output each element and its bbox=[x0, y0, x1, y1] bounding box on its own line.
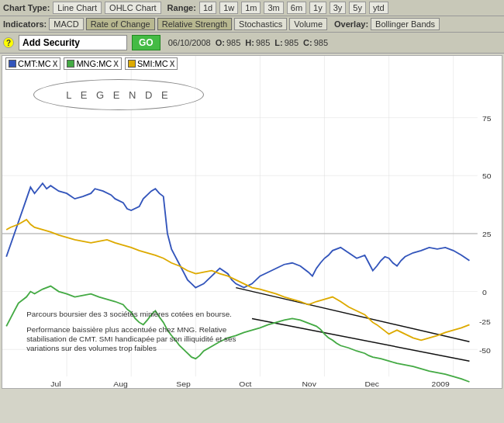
cmt-label: CMT:MC bbox=[18, 59, 51, 68]
l-label: L: bbox=[274, 38, 282, 47]
ohlc-values: O: 985 H: 985 L: 985 C: 985 bbox=[216, 38, 328, 47]
annotation-text2-line1: Performance baissière plus accentuée che… bbox=[26, 326, 226, 335]
y-label-0: 0 bbox=[482, 288, 487, 296]
add-security-bar: ? GO 06/10/2008 O: 985 H: 985 L: 985 C: … bbox=[0, 33, 504, 54]
range-3y[interactable]: 3y bbox=[330, 2, 347, 14]
range-label: Range: bbox=[167, 3, 196, 12]
x-label-nov: Nov bbox=[302, 380, 316, 388]
y-label-minus25: -25 bbox=[479, 318, 491, 327]
ind-relative-strength[interactable]: Relative Strength bbox=[157, 18, 232, 30]
mng-line bbox=[6, 286, 469, 382]
help-icon[interactable]: ? bbox=[3, 37, 14, 48]
annotation-text2-line2: stabilisation de CMT. SMI handicapée par… bbox=[26, 335, 236, 343]
chart-type-label: Chart Type: bbox=[3, 3, 50, 12]
range-5y[interactable]: 5y bbox=[349, 2, 366, 14]
legend-text: L E G E N D E bbox=[66, 89, 171, 101]
cmt-color-dot bbox=[9, 60, 16, 68]
smi-close[interactable]: X bbox=[170, 60, 175, 68]
annotation-text1: Parcours boursier des 3 sociétés minière… bbox=[26, 310, 232, 319]
line-chart-btn[interactable]: Line Chart bbox=[53, 2, 102, 14]
range-6m[interactable]: 6m bbox=[287, 2, 306, 14]
range-3m[interactable]: 3m bbox=[264, 2, 283, 14]
chart-container: CMT:MC X MNG:MC X SMI:MC X L E G E N D E bbox=[2, 55, 502, 389]
indicators-label: Indicators: bbox=[3, 19, 47, 29]
smi-color-dot bbox=[128, 60, 136, 68]
security-tag-mng: MNG:MC X bbox=[64, 57, 122, 70]
o-value: 985 bbox=[226, 38, 240, 47]
svg-line-14 bbox=[252, 318, 469, 361]
security-tag-smi: SMI:MC X bbox=[125, 57, 178, 70]
range-1m[interactable]: 1m bbox=[241, 2, 261, 14]
range-1y[interactable]: 1y bbox=[309, 2, 326, 14]
x-label-oct: Oct bbox=[239, 380, 251, 388]
smi-label: SMI:MC bbox=[137, 59, 168, 68]
l-value: 985 bbox=[285, 38, 299, 47]
ind-volume[interactable]: Volume bbox=[289, 18, 327, 30]
x-label-dec: Dec bbox=[364, 380, 378, 388]
go-button[interactable]: GO bbox=[132, 35, 161, 50]
x-label-aug: Aug bbox=[113, 380, 127, 388]
h-label: H: bbox=[245, 38, 254, 47]
svg-line-13 bbox=[236, 288, 469, 342]
annotation-text2-line3: variations sur des volumes trop faibles bbox=[26, 344, 157, 352]
add-security-input[interactable] bbox=[19, 35, 127, 50]
y-label-50: 50 bbox=[482, 172, 492, 180]
y-label-75: 75 bbox=[482, 114, 492, 123]
x-label-jul: Jul bbox=[50, 380, 60, 388]
cmt-close[interactable]: X bbox=[53, 60, 58, 68]
security-tag-cmt: CMT:MC X bbox=[5, 57, 60, 70]
h-value: 985 bbox=[256, 38, 270, 47]
y-label-25: 25 bbox=[482, 230, 492, 238]
mng-label: MNG:MC bbox=[76, 59, 112, 68]
overlay-label: Overlay: bbox=[334, 19, 368, 29]
range-ytd[interactable]: ytd bbox=[369, 2, 388, 14]
indicators-bar: Indicators: MACD Rate of Change Relative… bbox=[0, 16, 504, 33]
cmt-line bbox=[6, 183, 469, 287]
overlay-value: Bollinger Bands bbox=[371, 18, 440, 30]
o-label: O: bbox=[216, 38, 225, 47]
chart-type-bar: Chart Type: Line Chart OHLC Chart Range:… bbox=[0, 0, 504, 16]
date-display: 06/10/2008 bbox=[168, 38, 211, 47]
c-value: 985 bbox=[314, 38, 328, 47]
range-1d[interactable]: 1d bbox=[199, 2, 216, 14]
mng-close[interactable]: X bbox=[113, 60, 119, 68]
securities-bar: CMT:MC X MNG:MC X SMI:MC X bbox=[5, 57, 178, 70]
range-1w[interactable]: 1w bbox=[219, 2, 238, 14]
ind-macd[interactable]: MACD bbox=[49, 18, 83, 30]
ind-stochastics[interactable]: Stochastics bbox=[234, 18, 287, 30]
x-label-sep: Sep bbox=[176, 380, 191, 388]
c-label: C: bbox=[303, 38, 312, 47]
ind-rate-of-change[interactable]: Rate of Change bbox=[86, 18, 155, 30]
y-label-minus50: -50 bbox=[479, 346, 491, 355]
smi-line bbox=[6, 220, 469, 340]
mng-color-dot bbox=[67, 60, 74, 68]
ohlc-chart-btn[interactable]: OHLC Chart bbox=[105, 2, 161, 14]
legend-oval: L E G E N D E bbox=[33, 79, 204, 110]
x-label-2009: 2009 bbox=[432, 380, 450, 388]
